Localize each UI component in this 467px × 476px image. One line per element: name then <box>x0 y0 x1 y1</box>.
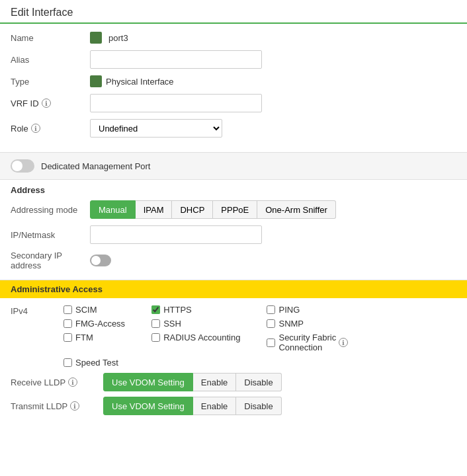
scim-checkbox-item[interactable]: SCIM <box>64 305 125 315</box>
page-header: Edit Interface <box>0 0 467 24</box>
speed-test-checkbox[interactable] <box>64 358 72 367</box>
ping-label: PING <box>278 305 300 315</box>
checkbox-col-3: PING SNMP Security FabricConnection ℹ <box>267 305 348 352</box>
transmit-lldp-disable-btn[interactable]: Disable <box>236 397 281 415</box>
scim-label: SCIM <box>75 305 97 315</box>
receive-lldp-label: Receive LLDP <box>11 377 65 387</box>
speed-test-row: Speed Test <box>11 358 456 368</box>
port-icon <box>90 32 102 44</box>
secondary-ip-label: Secondary IP address <box>11 251 90 270</box>
type-text: Physical Interface <box>106 77 174 87</box>
radius-checkbox[interactable] <box>151 333 160 342</box>
transmit-lldp-buttons: Use VDOM Setting Enable Disable <box>103 397 282 415</box>
speed-test-label: Speed Test <box>75 358 118 368</box>
transmit-lldp-enable-btn[interactable]: Enable <box>193 397 236 415</box>
ip-netmask-label: IP/Netmask <box>11 230 90 240</box>
ftm-checkbox-item[interactable]: FTM <box>64 333 125 342</box>
addressing-mode-label: Addressing mode <box>11 205 90 215</box>
ip-netmask-row: IP/Netmask 192.168.0.1/255.255.255.0 <box>11 225 456 244</box>
mode-one-arm-btn[interactable]: One-Arm Sniffer <box>257 200 336 219</box>
mode-manual-btn[interactable]: Manual <box>90 200 136 219</box>
ipv4-row: IPv4 SCIM FMG-Access FTM <box>11 305 456 352</box>
transmit-lldp-info-icon[interactable]: ℹ <box>70 401 79 411</box>
addressing-mode-row: Addressing mode Manual IPAM DHCP PPPoE O… <box>11 200 456 219</box>
vrf-id-input[interactable]: 0 <box>90 94 262 112</box>
snmp-label: SNMP <box>278 319 304 329</box>
ssh-checkbox-item[interactable]: SSH <box>151 319 240 329</box>
security-fabric-checkbox-item[interactable]: Security FabricConnection ℹ <box>267 333 348 352</box>
role-row: Role ℹ Undefined LAN WAN DMZ <box>11 119 456 138</box>
ftm-label: FTM <box>75 333 93 342</box>
receive-lldp-info-icon[interactable]: ℹ <box>68 377 77 387</box>
scim-checkbox[interactable] <box>64 305 72 314</box>
role-select[interactable]: Undefined LAN WAN DMZ <box>90 119 222 138</box>
security-fabric-text: Security FabricConnection <box>278 333 336 352</box>
type-label: Type <box>11 77 90 87</box>
alias-input[interactable] <box>90 50 262 69</box>
main-form: Name port3 Alias Type Physical Interface… <box>0 24 467 152</box>
receive-lldp-disable-btn[interactable]: Disable <box>236 373 281 391</box>
receive-lldp-row: Receive LLDP ℹ Use VDOM Setting Enable D… <box>11 373 456 391</box>
snmp-checkbox[interactable] <box>267 319 275 328</box>
mode-dhcp-btn[interactable]: DHCP <box>172 200 213 219</box>
role-label-container: Role ℹ <box>11 124 90 134</box>
secondary-ip-toggle[interactable] <box>90 255 111 266</box>
receive-lldp-enable-btn[interactable]: Enable <box>193 373 236 391</box>
mode-pppoe-btn[interactable]: PPPoE <box>213 200 257 219</box>
address-section-title: Address <box>11 185 456 195</box>
type-icon <box>90 75 102 87</box>
ping-checkbox-item[interactable]: PING <box>267 305 348 315</box>
dedicated-mgmt-section: Dedicated Management Port <box>0 152 467 180</box>
fmg-access-checkbox-item[interactable]: FMG-Access <box>64 319 125 329</box>
address-section: Address Addressing mode Manual IPAM DHCP… <box>0 180 467 280</box>
radius-checkbox-item[interactable]: RADIUS Accounting <box>151 333 240 342</box>
snmp-checkbox-item[interactable]: SNMP <box>267 319 348 329</box>
checkbox-col-2: HTTPS SSH RADIUS Accounting <box>151 305 240 352</box>
secondary-ip-row: Secondary IP address <box>11 251 456 270</box>
security-fabric-label: Security FabricConnection ℹ <box>278 333 348 352</box>
role-label: Role <box>11 124 28 134</box>
checkboxes-grid: SCIM FMG-Access FTM HTTPS <box>64 305 348 352</box>
admin-access-header: Administrative Access <box>0 280 467 298</box>
secondary-ip-slider <box>90 255 111 266</box>
role-info-icon[interactable]: ℹ <box>31 124 40 133</box>
admin-access-body: IPv4 SCIM FMG-Access FTM <box>0 298 467 427</box>
vrf-info-icon[interactable]: ℹ <box>42 99 51 108</box>
fmg-access-label: FMG-Access <box>75 319 125 329</box>
radius-label: RADIUS Accounting <box>163 333 240 342</box>
receive-lldp-label-container: Receive LLDP ℹ <box>11 377 103 387</box>
dedicated-mgmt-toggle[interactable] <box>11 159 34 173</box>
name-row: Name port3 <box>11 32 456 44</box>
transmit-lldp-vdom-btn[interactable]: Use VDOM Setting <box>103 397 193 415</box>
fmg-access-checkbox[interactable] <box>64 319 72 328</box>
admin-access-section: Administrative Access IPv4 SCIM FMG-Acce… <box>0 280 467 427</box>
ping-checkbox[interactable] <box>267 305 275 314</box>
dedicated-mgmt-slider <box>11 159 34 173</box>
https-checkbox-item[interactable]: HTTPS <box>151 305 240 315</box>
https-label: HTTPS <box>163 305 192 315</box>
security-fabric-checkbox[interactable] <box>267 338 275 347</box>
mode-ipam-btn[interactable]: IPAM <box>136 200 173 219</box>
type-row: Type Physical Interface <box>11 75 456 87</box>
vrf-row: VRF ID ℹ 0 <box>11 94 456 112</box>
https-checkbox[interactable] <box>151 305 160 314</box>
type-value: Physical Interface <box>90 75 174 87</box>
ipv4-label: IPv4 <box>11 305 64 316</box>
transmit-lldp-label: Transmit LLDP <box>11 401 67 411</box>
ftm-checkbox[interactable] <box>64 333 72 342</box>
name-label: Name <box>11 33 90 43</box>
transmit-lldp-row: Transmit LLDP ℹ Use VDOM Setting Enable … <box>11 397 456 415</box>
ssh-checkbox[interactable] <box>151 319 160 328</box>
ip-netmask-input[interactable]: 192.168.0.1/255.255.255.0 <box>90 225 262 244</box>
name-value-container: port3 <box>90 32 128 44</box>
vrf-label-container: VRF ID ℹ <box>11 99 90 108</box>
transmit-lldp-label-container: Transmit LLDP ℹ <box>11 401 103 411</box>
speed-test-checkbox-item[interactable]: Speed Test <box>64 358 118 368</box>
checkbox-col-1: SCIM FMG-Access FTM <box>64 305 125 352</box>
alias-label: Alias <box>11 55 90 65</box>
vrf-label: VRF ID <box>11 99 39 108</box>
receive-lldp-vdom-btn[interactable]: Use VDOM Setting <box>103 373 193 391</box>
dedicated-mgmt-label: Dedicated Management Port <box>41 161 150 171</box>
receive-lldp-buttons: Use VDOM Setting Enable Disable <box>103 373 282 391</box>
security-fabric-info-icon[interactable]: ℹ <box>339 338 348 347</box>
